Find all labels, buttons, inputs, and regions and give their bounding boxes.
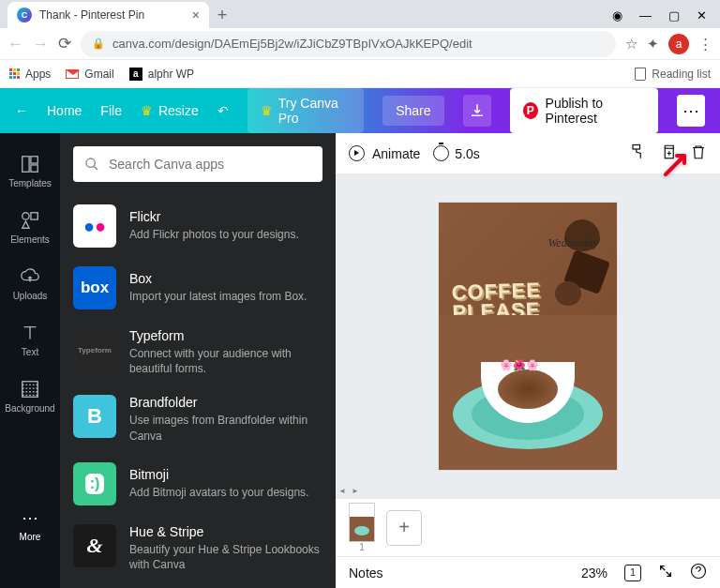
svg-rect-0 [22, 156, 29, 172]
search-input[interactable] [109, 157, 311, 172]
svg-rect-4 [31, 212, 38, 219]
canva-favicon: C [17, 8, 32, 23]
url-text: canva.com/design/DAEmEj5Bj2w/iZJiCbZ9TBp… [112, 37, 472, 51]
back-arrow[interactable]: ← [15, 103, 28, 118]
canva-top-bar: ← Home File ♛Resize ↶ ♛Try Canva Pro Sha… [0, 88, 720, 133]
duration-button[interactable]: 5.0s [433, 145, 479, 161]
alphr-icon: a [129, 68, 142, 81]
extensions-icon[interactable]: ✦ [647, 36, 659, 53]
rail-elements[interactable]: Elements [0, 199, 60, 255]
new-tab-button[interactable]: + [209, 2, 235, 28]
chrome-menu-icon[interactable]: ⋮ [698, 36, 712, 53]
apps-panel: ●●FlickrAdd Flickr photos to your design… [60, 133, 336, 588]
add-page-button[interactable]: + [386, 510, 422, 546]
status-bar: Notes 23% 1 [336, 556, 720, 588]
maximize-icon[interactable]: ▢ [668, 8, 680, 23]
notes-button[interactable]: Notes [349, 565, 383, 580]
bitmoji-icon: :) [73, 462, 116, 505]
reading-list[interactable]: Reading list [635, 68, 711, 81]
app-list: ●●FlickrAdd Flickr photos to your design… [60, 195, 336, 588]
svg-point-3 [22, 212, 29, 219]
crown-icon: ♛ [141, 103, 153, 118]
box-icon: box [73, 266, 116, 309]
url-bar[interactable]: 🔒 canva.com/design/DAEmEj5Bj2w/iZJiCbZ9T… [81, 31, 616, 57]
more-menu-button[interactable]: ⋯ [677, 95, 705, 127]
forward-icon[interactable]: → [33, 35, 49, 53]
app-bitmoji[interactable]: :)BitmojiAdd Bitmoji avatars to your des… [73, 453, 322, 515]
minimize-icon[interactable]: — [639, 8, 652, 23]
rail-background[interactable]: Background [0, 368, 60, 424]
app-hue-stripe[interactable]: &Hue & StripeBeautify your Hue & Stripe … [73, 515, 322, 581]
chocolate-round [555, 281, 581, 306]
browser-titlebar: C Thank - Pinterest Pin × + ◉ — ▢ ✕ [0, 0, 720, 28]
svg-rect-7 [633, 145, 640, 150]
rail-uploads[interactable]: Uploads [0, 255, 60, 311]
canvas-area: Animate 5.0s Wednesday COFFEEPLEASE 🌸🌺🌸 [336, 133, 720, 588]
profile-avatar[interactable]: a [668, 34, 689, 54]
zoom-level[interactable]: 23% [581, 565, 608, 580]
rail-text[interactable]: Text [0, 311, 60, 368]
design-stage[interactable]: Wednesday COFFEEPLEASE 🌸🌺🌸 [336, 174, 720, 498]
grid-view-button[interactable]: 1 [624, 565, 641, 581]
bookmarks-bar: Apps Gmail a alphr WP Reading list [0, 60, 720, 88]
copy-style-button[interactable] [630, 143, 647, 163]
address-bar: ← → ⟳ 🔒 canva.com/design/DAEmEj5Bj2w/iZJ… [0, 28, 720, 60]
delete-page-button[interactable] [690, 143, 707, 163]
back-icon[interactable]: ← [8, 35, 23, 53]
close-tab-icon[interactable]: × [192, 8, 200, 23]
download-button[interactable] [463, 95, 491, 127]
animate-icon [349, 145, 365, 161]
weekday-text[interactable]: Wednesday [548, 236, 598, 250]
brandfolder-icon: B [73, 395, 116, 438]
search-apps[interactable] [73, 146, 322, 182]
timer-icon [433, 145, 449, 161]
tab-title: Thank - Pinterest Pin [39, 8, 144, 22]
side-rail: Templates Elements Uploads Text Backgrou… [0, 133, 60, 588]
close-window-icon[interactable]: ✕ [697, 8, 707, 23]
page-thumbnail[interactable]: 1 [349, 503, 375, 552]
animate-button[interactable]: Animate [349, 145, 420, 161]
crown-icon: ♛ [261, 103, 273, 118]
horizontal-scrollbar[interactable] [336, 486, 720, 495]
pinterest-icon: P [523, 102, 538, 119]
app-brandfetch[interactable]: BBrandfetchAdd your favorite logos to yo… [73, 581, 322, 588]
bookmark-alphr[interactable]: a alphr WP [129, 68, 194, 81]
star-icon[interactable]: ☆ [625, 36, 638, 53]
rail-more[interactable]: ⋯More [0, 496, 60, 552]
try-pro-button[interactable]: ♛Try Canva Pro [248, 88, 364, 133]
gmail-icon [66, 69, 79, 79]
apps-icon [9, 68, 20, 79]
share-button[interactable]: Share [382, 96, 443, 126]
fullscreen-button[interactable] [658, 564, 673, 581]
canvas-toolbar: Animate 5.0s [336, 133, 720, 174]
file-menu[interactable]: File [100, 103, 122, 118]
app-brandfolder[interactable]: BBrandfolderUse images from Brandfolder … [73, 385, 322, 452]
annotation-arrow [664, 152, 688, 176]
typeform-icon: Typeform [73, 328, 116, 371]
hue-stripe-icon: & [73, 524, 116, 567]
app-flickr[interactable]: ●●FlickrAdd Flickr photos to your design… [73, 195, 322, 257]
flickr-icon: ●● [73, 204, 116, 248]
design-canvas[interactable]: Wednesday COFFEEPLEASE 🌸🌺🌸 [439, 203, 617, 470]
publish-pinterest-button[interactable]: PPublish to Pinterest [510, 88, 658, 133]
rail-templates[interactable]: Templates [0, 143, 60, 199]
lock-icon: 🔒 [92, 38, 105, 50]
bookmark-gmail[interactable]: Gmail [66, 68, 113, 81]
bookmark-apps[interactable]: Apps [9, 68, 51, 81]
svg-rect-1 [31, 156, 38, 162]
app-typeform[interactable]: TypeformTypeformConnect with your audien… [73, 319, 322, 385]
record-icon[interactable]: ◉ [612, 8, 622, 23]
resize-button[interactable]: ♛Resize [141, 103, 199, 118]
reload-icon[interactable]: ⟳ [58, 34, 71, 53]
svg-point-6 [86, 158, 95, 167]
window-controls: ◉ — ▢ ✕ [612, 8, 720, 28]
browser-tab[interactable]: C Thank - Pinterest Pin × [8, 2, 209, 28]
home-button[interactable]: Home [47, 103, 82, 118]
help-button[interactable] [690, 563, 707, 582]
reading-list-icon [635, 68, 646, 81]
search-icon [84, 157, 99, 172]
undo-button[interactable]: ↶ [218, 103, 229, 118]
page-strip: 1 + [336, 498, 720, 556]
app-box[interactable]: boxBoxImport your latest images from Box… [73, 257, 322, 319]
svg-rect-2 [31, 164, 38, 171]
